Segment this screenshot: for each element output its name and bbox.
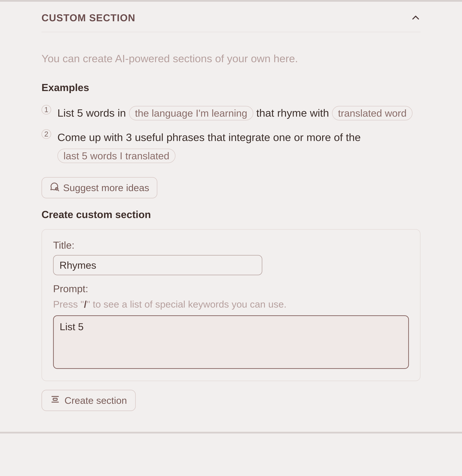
custom-section-panel: CUSTOM SECTION You can create AI-powered… — [0, 2, 462, 421]
top-divider — [0, 0, 462, 2]
prompt-textarea[interactable] — [53, 315, 409, 369]
hint-prefix: Press " — [53, 299, 84, 310]
suggest-button-label: Suggest more ideas — [63, 182, 149, 193]
prompt-label: Prompt: — [53, 283, 409, 294]
chat-search-icon — [50, 182, 59, 194]
bottom-divider — [0, 432, 462, 434]
section-title: CUSTOM SECTION — [42, 12, 135, 24]
example-text-part: Come up with 3 useful phrases that integ… — [57, 131, 361, 143]
create-heading: Create custom section — [42, 209, 420, 221]
prompt-hint: Press "/" to see a list of special keywo… — [53, 298, 409, 310]
title-label: Title: — [53, 239, 409, 251]
example-text-part: List 5 words in — [57, 107, 129, 119]
keyword-pill[interactable]: the language I'm learning — [129, 106, 253, 120]
svg-line-1 — [58, 190, 59, 191]
hint-suffix: " to see a list of special keywords you … — [87, 299, 287, 310]
svg-rect-3 — [53, 398, 57, 400]
create-section-button[interactable]: Create section — [42, 390, 136, 411]
example-number-badge: 1 — [42, 105, 51, 115]
hint-slash: / — [84, 299, 87, 310]
example-number-badge: 2 — [42, 129, 51, 139]
keyword-pill[interactable]: last 5 words I translated — [57, 149, 175, 163]
create-button-label: Create section — [64, 395, 127, 406]
create-form-card: Title: Prompt: Press "/" to see a list o… — [42, 229, 420, 381]
intro-text: You can create AI-powered sections of yo… — [42, 51, 420, 66]
section-insert-icon — [50, 394, 60, 406]
examples-heading: Examples — [42, 82, 420, 94]
example-item-1: 1 List 5 words in the language I'm learn… — [42, 104, 420, 122]
section-header[interactable]: CUSTOM SECTION — [42, 12, 420, 32]
example-text: List 5 words in the language I'm learnin… — [57, 104, 413, 122]
keyword-pill[interactable]: translated word — [332, 106, 413, 120]
example-item-2: 2 Come up with 3 useful phrases that int… — [42, 128, 420, 165]
example-text-part: that rhyme with — [256, 107, 332, 119]
suggest-more-ideas-button[interactable]: Suggest more ideas — [42, 177, 157, 198]
chevron-up-icon[interactable] — [411, 13, 420, 23]
example-text: Come up with 3 useful phrases that integ… — [57, 128, 420, 165]
title-input[interactable] — [53, 255, 262, 275]
